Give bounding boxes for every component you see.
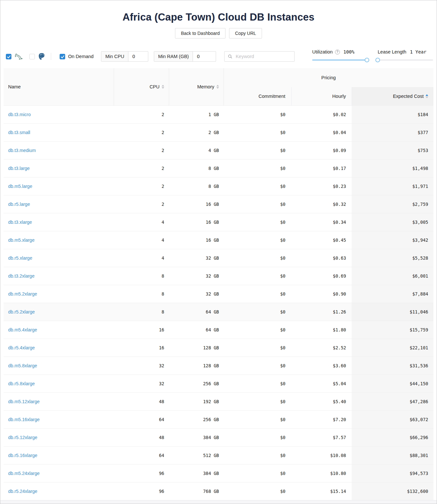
- instance-name-link[interactable]: db.r5.24xlarge: [8, 489, 37, 494]
- column-header-memory[interactable]: Memory: [169, 68, 224, 105]
- cpu-value: 96: [114, 482, 169, 500]
- min-ram-input[interactable]: [193, 52, 216, 61]
- table-row[interactable]: db.m5.24xlarge96384 GB$0$10.80$94,573: [4, 464, 433, 482]
- cpu-value: 4: [114, 213, 169, 231]
- cpu-value: 8: [114, 267, 169, 285]
- copy-url-button[interactable]: Copy URL: [229, 28, 262, 38]
- help-circle-icon[interactable]: ?: [335, 50, 340, 54]
- memory-value: 384 GB: [169, 428, 224, 446]
- min-cpu-label: Min CPU: [101, 52, 128, 61]
- min-cpu-group: Min CPU: [101, 51, 148, 62]
- column-header-expected-cost[interactable]: Expected Cost: [352, 87, 433, 105]
- keyword-search: [224, 51, 295, 62]
- cpu-value: 96: [114, 464, 169, 482]
- table-row[interactable]: db.m5.4xlarge1664 GB$0$1.80$15,759: [4, 321, 433, 339]
- instance-name-link[interactable]: db.r5.2xlarge: [8, 309, 35, 314]
- cpu-value: 16: [114, 339, 169, 357]
- table-row[interactable]: db.r5.16xlarge64512 GB$0$10.08$88,301: [4, 446, 433, 464]
- instance-name-link[interactable]: db.r5.xlarge: [8, 255, 32, 261]
- hourly-value: $10.08: [291, 446, 352, 464]
- header-actions: Back to Dashboard Copy URL: [0, 28, 437, 38]
- expected-cost-value: $1,971: [352, 177, 433, 195]
- commitment-value: $0: [224, 482, 291, 500]
- instance-name-link[interactable]: db.r5.4xlarge: [8, 345, 35, 350]
- table-row[interactable]: db.m5.12xlarge48192 GB$0$5.40$47,286: [4, 392, 433, 410]
- table-row[interactable]: db.r5.large216 GB$0$0.32$2,759: [4, 195, 433, 213]
- search-icon: [228, 54, 232, 59]
- table-row[interactable]: db.t3.xlarge416 GB$0$0.34$3,005: [4, 213, 433, 231]
- table-row[interactable]: db.r5.8xlarge32256 GB$0$5.04$44,150: [4, 374, 433, 392]
- cpu-value: 48: [114, 392, 169, 410]
- utilization-slider[interactable]: [312, 58, 367, 62]
- table-row[interactable]: db.t3.large28 GB$0$0.17$1,498: [4, 159, 433, 177]
- instance-name-link[interactable]: db.t3.2xlarge: [8, 273, 35, 279]
- table-row[interactable]: db.t3.medium24 GB$0$0.09$753: [4, 141, 433, 159]
- keyword-input[interactable]: [235, 53, 291, 59]
- table-row[interactable]: db.r5.12xlarge48384 GB$0$7.57$66,296: [4, 428, 433, 446]
- expected-cost-value: $44,150: [352, 374, 433, 392]
- instance-name-link[interactable]: db.r5.8xlarge: [8, 381, 35, 386]
- commitment-value: $0: [224, 231, 291, 249]
- instance-name-link[interactable]: db.t3.small: [8, 130, 30, 135]
- commitment-value: $0: [224, 177, 291, 195]
- lease-length-slider[interactable]: [378, 58, 433, 62]
- instance-name-link[interactable]: db.t3.micro: [8, 112, 31, 117]
- hourly-value: $0.69: [291, 267, 352, 285]
- lease-length-slider-thumb[interactable]: [375, 58, 380, 62]
- table-row[interactable]: db.m5.16xlarge64256 GB$0$7.20$63,072: [4, 410, 433, 428]
- column-header-name: Name: [4, 68, 114, 105]
- instance-name-link[interactable]: db.r5.16xlarge: [8, 453, 37, 458]
- instance-name-link[interactable]: db.m5.8xlarge: [8, 363, 37, 368]
- table-row[interactable]: db.r5.2xlarge864 GB$0$1.26$11,046: [4, 303, 433, 321]
- table-row[interactable]: db.t3.small22 GB$0$0.04$377: [4, 123, 433, 141]
- hourly-value: $15.14: [291, 482, 352, 500]
- column-header-hourly: Hourly: [291, 87, 352, 105]
- cpu-value: 32: [114, 357, 169, 374]
- instance-name-link[interactable]: db.m5.xlarge: [8, 237, 35, 243]
- instance-name-link[interactable]: db.t3.large: [8, 166, 30, 171]
- table-row[interactable]: db.m5.large28 GB$0$0.23$1,971: [4, 177, 433, 195]
- instance-name-link[interactable]: db.m5.16xlarge: [8, 417, 40, 422]
- memory-value: 16 GB: [169, 195, 224, 213]
- commitment-value: $0: [224, 123, 291, 141]
- instance-name-link[interactable]: db.r5.large: [8, 202, 30, 207]
- table-row[interactable]: db.r5.24xlarge96768 GB$0$15.14$132,600: [4, 482, 433, 500]
- sort-icon: [426, 94, 428, 98]
- cpu-value: 2: [114, 123, 169, 141]
- min-cpu-input[interactable]: [128, 52, 148, 61]
- table-row[interactable]: db.r5.4xlarge16128 GB$0$2.52$22,101: [4, 339, 433, 357]
- instance-name-link[interactable]: db.t3.medium: [8, 148, 36, 153]
- expected-cost-value: $22,101: [352, 339, 433, 357]
- bottom-scrollbar-track[interactable]: [0, 500, 437, 504]
- instance-name-link[interactable]: db.m5.2xlarge: [8, 291, 37, 297]
- mysql-checkbox[interactable]: [6, 54, 11, 59]
- memory-value: 128 GB: [169, 339, 224, 357]
- instance-name-link[interactable]: db.r5.12xlarge: [8, 435, 37, 440]
- lease-length-control: Lease Length 1 Year: [378, 49, 433, 62]
- utilization-control: Utilization ? 100%: [312, 49, 367, 62]
- instance-name-link[interactable]: db.m5.large: [8, 184, 32, 189]
- hourly-value: $10.80: [291, 464, 352, 482]
- table-row[interactable]: db.r5.xlarge432 GB$0$0.63$5,528: [4, 249, 433, 267]
- back-to-dashboard-button[interactable]: Back to Dashboard: [175, 28, 226, 38]
- utilization-label: Utilization: [312, 49, 333, 54]
- hourly-value: $0.45: [291, 231, 352, 249]
- instance-name-link[interactable]: db.m5.24xlarge: [8, 471, 40, 476]
- expected-cost-value: $6,001: [352, 267, 433, 285]
- column-header-cpu[interactable]: CPU: [114, 68, 169, 105]
- postgresql-checkbox[interactable]: [29, 54, 35, 59]
- instance-name-link[interactable]: db.t3.xlarge: [8, 220, 32, 225]
- on-demand-checkbox[interactable]: [60, 54, 65, 59]
- instance-name-link[interactable]: db.m5.12xlarge: [8, 399, 40, 404]
- cpu-value: 8: [114, 303, 169, 321]
- table-row[interactable]: db.m5.xlarge416 GB$0$0.45$3,942: [4, 231, 433, 249]
- table-row[interactable]: db.m5.8xlarge32128 GB$0$3.60$31,536: [4, 357, 433, 374]
- utilization-slider-thumb[interactable]: [365, 58, 369, 62]
- commitment-value: $0: [224, 285, 291, 303]
- table-row[interactable]: db.m5.2xlarge832 GB$0$0.90$7,884: [4, 285, 433, 303]
- table-row[interactable]: db.t3.micro21 GB$0$0.02$184: [4, 105, 433, 123]
- instance-name-link[interactable]: db.m5.4xlarge: [8, 327, 37, 332]
- cpu-value: 2: [114, 177, 169, 195]
- table-row[interactable]: db.t3.2xlarge832 GB$0$0.69$6,001: [4, 267, 433, 285]
- commitment-value: $0: [224, 303, 291, 321]
